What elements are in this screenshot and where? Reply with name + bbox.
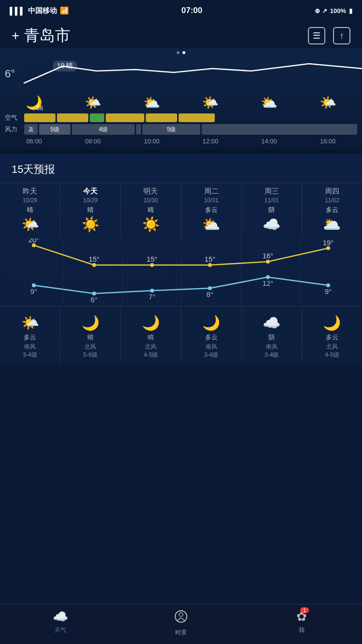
high-label-3: 15°: [205, 255, 216, 263]
header-right: ☰ ↑: [308, 27, 350, 44]
time-5: 16:00: [298, 138, 357, 145]
wind-bar-5: [202, 124, 357, 135]
fc-wind-level-5: 4-5级: [325, 351, 339, 359]
fc-wind-dir-2: 北风: [145, 343, 156, 351]
forecast-col-3: 周二 10/31 多云 ⛅: [181, 183, 242, 238]
wind-bar-4: 5级: [142, 124, 200, 135]
fc-date-0: 10/28: [23, 197, 37, 204]
hourly-icons-row: 🌙 🌤️ ⛅ 🌤️ ⛅ 🌤️: [0, 95, 362, 111]
tab-moments-icon-wrap: [174, 609, 188, 627]
tab-me-label: 我: [299, 626, 305, 634]
svg-point-6: [179, 613, 183, 616]
wind-bar-2: 4级: [72, 124, 135, 135]
time-0: 06:00: [5, 138, 64, 145]
high-dot-1: [92, 263, 96, 267]
fc-day-2: 明天: [143, 187, 158, 196]
air-bar-5: [146, 113, 177, 122]
time-1: 08:00: [64, 138, 123, 145]
battery-icon: ▮: [349, 7, 352, 14]
temp-chart-area: 20° 15° 15° 15° 16° 19° 9° 6° 7° 8° 12° …: [0, 238, 362, 306]
sun-icon-2: 🌤️: [320, 95, 336, 111]
fc-cond-5: 多云: [326, 206, 338, 214]
fc-icon-5: 🌥️: [323, 217, 341, 232]
air-num-56: 56: [37, 105, 43, 112]
fc-day-1: 今天: [83, 187, 97, 196]
tab-me-icon-wrap: ✿ 1: [296, 609, 307, 624]
fc-wind-level-4: 3-4级: [265, 351, 278, 359]
fc-wind-level-0: 3-4级: [23, 351, 37, 359]
header-left: + 青岛市: [12, 25, 70, 46]
fc-night-icon-1: 🌙: [82, 314, 99, 331]
tab-me[interactable]: ✿ 1 我: [241, 609, 362, 634]
high-label-4: 16°: [263, 252, 274, 260]
fc-day-3: 周二: [204, 187, 219, 196]
fc-cond-1: 晴: [87, 206, 94, 214]
low-dot-5: [326, 283, 330, 287]
air-quality-row: 空气 56: [0, 111, 362, 123]
fc-icon-2: ☀️: [142, 217, 160, 232]
fc-date-5: 11/02: [325, 197, 339, 204]
fc-wind-dir-4: 南风: [266, 343, 278, 351]
forecast-title: 15天预报: [0, 154, 362, 182]
air-label: 空气: [5, 113, 24, 122]
signal-icon: ▌▌▌: [10, 7, 25, 15]
forecast-grid-bottom: 🌤️ 多云 南风 3-4级 🌙 晴 北风 5-6级 🌙 晴 北风 4-5级 🌙 …: [0, 306, 362, 363]
location-icon: ⊕ ↗: [315, 7, 327, 14]
status-right: ⊕ ↗ 100% ▮: [315, 7, 352, 14]
tab-weather-label: 天气: [55, 626, 66, 634]
share-icon[interactable]: ↑: [333, 27, 350, 44]
carrier-label: 中国移动: [28, 6, 57, 15]
battery-label: 100%: [330, 7, 346, 14]
status-time: 07:00: [181, 6, 202, 15]
fc-icon-4: ☁️: [263, 217, 280, 232]
forecast-col-night-3: 🌙 多云 南风 3-4级: [181, 307, 242, 363]
low-dot-3: [208, 286, 212, 290]
low-dot-1: [92, 292, 96, 295]
forecast-col-5: 周四 11/02 多云 🌥️: [302, 183, 362, 238]
header: + 青岛市 ☰ ↑: [0, 21, 362, 48]
fc-wind-level-2: 4-5级: [144, 351, 158, 359]
status-bar: ▌▌▌ 中国移动 📶 07:00 ⊕ ↗ 100% ▮: [0, 0, 362, 21]
temp-chart-svg: 20° 15° 15° 15° 16° 19° 9° 6° 7° 8° 12° …: [5, 238, 357, 306]
time-row: 06:00 08:00 10:00 12:00 14:00 16:00: [0, 136, 362, 150]
fc-night-cond-5: 多云: [326, 333, 338, 342]
hourly-curve-svg: [0, 54, 362, 93]
fc-date-2: 10/30: [143, 197, 158, 204]
fc-date-1: 10/29: [83, 197, 97, 204]
add-city-button[interactable]: +: [12, 28, 19, 43]
fc-cond-4: 阴: [268, 206, 275, 214]
moments-tab-icon: [174, 613, 188, 626]
temp-curve-area: 6° 10 晴: [0, 54, 362, 93]
fc-wind-dir-0: 南风: [24, 343, 36, 351]
fc-day-4: 周三: [265, 187, 279, 196]
sun-icon-1: 🌤️: [202, 95, 219, 111]
section-divider: [0, 150, 362, 154]
low-dot-2: [150, 289, 154, 293]
low-dot-0: [32, 283, 36, 287]
fc-night-icon-2: 🌙: [142, 314, 160, 331]
air-bar-4: [106, 113, 144, 122]
fc-wind-dir-1: 北风: [84, 343, 96, 351]
fc-night-cond-1: 晴: [87, 333, 94, 342]
low-label-1: 6°: [91, 295, 97, 304]
tab-me-badge: 1: [300, 607, 309, 613]
tab-weather[interactable]: ☁️ 天气: [0, 609, 121, 634]
fc-wind-level-3: 3-4级: [204, 351, 218, 359]
low-label-2: 7°: [149, 293, 155, 301]
fc-night-icon-0: 🌤️: [21, 314, 39, 331]
forecast-col-2: 明天 10/30 晴 ☀️: [121, 183, 181, 238]
hourly-icon-1: 🌤️: [64, 95, 123, 111]
air-bar-3: [90, 113, 104, 122]
wind-bar-0: 及: [24, 124, 38, 135]
fc-date-4: 11/01: [265, 197, 279, 204]
hourly-section: 6° 10 晴 🌙 🌤️ ⛅ 🌤️ ⛅ 🌤️ 空气: [0, 48, 362, 150]
fc-wind-dir-3: 南风: [206, 343, 217, 351]
tab-moments[interactable]: 时景: [121, 609, 241, 637]
fc-night-cond-4: 阴: [268, 333, 275, 342]
fc-night-cond-3: 多云: [205, 333, 218, 342]
air-bars: 56: [24, 113, 357, 122]
fc-wind-dir-5: 北风: [326, 343, 338, 351]
fc-night-icon-3: 🌙: [202, 314, 220, 331]
high-dot-5: [326, 246, 330, 250]
list-icon[interactable]: ☰: [308, 27, 325, 44]
